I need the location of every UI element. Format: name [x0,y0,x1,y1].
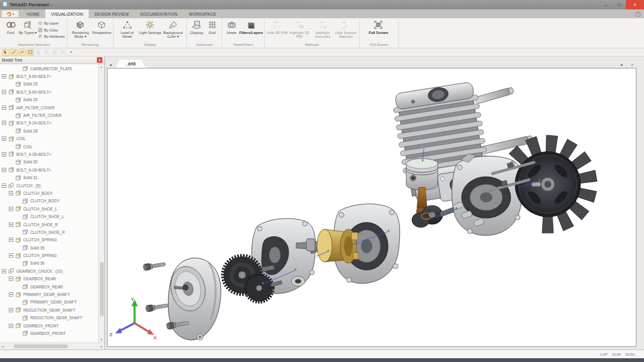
tab-design-review[interactable]: DESIGN REVIEW [89,9,135,18]
tab-workspace[interactable]: WORKSPACE [183,9,222,18]
collapse-toggle[interactable] [9,253,13,258]
tree-item[interactable]: REDUCTION_GEAR_SHAFT [0,314,98,322]
tree-item[interactable]: GEARBOX_CHUCK : (10) [0,267,98,275]
tree-item[interactable]: GEARBOX_REAR [0,283,98,290]
help-icon[interactable]: ? [635,11,641,17]
scroll-down-icon[interactable]: ▼ [99,337,104,343]
clipping-button[interactable]: Clipping [189,18,204,42]
by-types-button[interactable]: By Types ▾ [19,18,36,42]
vertical-scrollbar[interactable]: ▲ ▼ [98,64,104,343]
tree-item[interactable]: GEARBOX_REAR [0,275,98,283]
minimize-button[interactable]: – [599,0,613,9]
background-color-button[interactable]: Background Color ▾ [162,18,184,42]
tree-item[interactable]: Solid 28 [0,127,98,134]
stamp-tool-2[interactable] [43,49,50,56]
tree-item[interactable]: Solid 26 [0,96,98,104]
collapse-toggle[interactable] [9,238,13,242]
more-tools[interactable] [67,49,75,56]
tab-scroll-right-icon[interactable]: ► [618,63,625,68]
tree-item[interactable]: CLUTCH_SHOE_R [0,221,98,228]
flywheel-part[interactable] [509,135,597,233]
horizontal-scroll-thumb[interactable] [14,344,68,348]
tree-item[interactable]: GEARBOX_FRONT [0,322,98,329]
3d-viewport[interactable]: Y X Z [107,68,636,347]
tree-item[interactable]: BOLT_5-24<BOLT> [0,119,98,127]
tab-close-icon[interactable]: × [630,63,635,68]
document-tab-drill[interactable]: _drill [115,60,145,68]
stamp-tool-1[interactable] [35,49,42,56]
collapse-toggle[interactable] [2,121,6,125]
close-button[interactable]: × [626,0,644,9]
tab-scroll-left-icon[interactable]: ◄ [107,63,114,68]
piston-part[interactable] [406,158,438,190]
tree-item[interactable]: BOLT_4-18<BOLT> [0,150,98,158]
light-settings-button[interactable]: Light Settings [139,18,161,42]
collapse-toggle[interactable] [9,308,13,312]
loose-bolt-2[interactable] [145,302,169,312]
collapse-toggle[interactable] [2,152,6,156]
application-menu-button[interactable]: ▾ [1,10,19,18]
filters-layers-button[interactable]: Filters/Layers [240,18,262,42]
collapse-toggle[interactable] [9,292,13,297]
select-tool[interactable] [2,49,9,56]
tree-item[interactable]: GEARBOX_FRONT [0,329,98,337]
exploded-assembly-rendering[interactable]: Y X Z [108,69,636,346]
rendering-mode-button[interactable]: Rendering Mode ▾ [69,18,92,42]
gearbox-front-part[interactable] [167,258,221,340]
tree-item[interactable]: BOLT_5-60<BOLT> [0,88,98,96]
tree-item[interactable]: PRIMARY_GEAR_SHAFT [0,290,98,298]
panel-close-icon[interactable]: × [97,57,103,63]
collapse-toggle[interactable] [2,106,6,110]
tree-item[interactable]: Solid 35 [0,244,98,251]
scroll-left-icon[interactable]: ◄ [1,345,4,348]
tab-visualization[interactable]: VISUALIZATION [45,9,89,18]
tree-item[interactable]: CLUTCH_SPRING [0,251,98,259]
horizontal-scrollbar[interactable]: ◄ ► [0,343,104,349]
collapse-toggle[interactable] [9,277,13,281]
collapse-toggle[interactable] [9,222,13,227]
collapse-toggle[interactable] [2,90,6,94]
rectangle-tool[interactable] [26,49,34,56]
tree-item[interactable]: CLUTCH_SPRING [0,236,98,244]
tree-item[interactable]: COIL [0,135,98,143]
tree-item[interactable]: CLUTCH : (5) [0,182,98,189]
scroll-up-icon[interactable]: ▲ [99,64,104,70]
tree-item[interactable]: CLUTCH_BODY [0,197,98,205]
full-screen-button[interactable]: Full Screen [369,18,388,42]
collapse-toggle[interactable] [2,168,6,172]
find-button[interactable]: Find [3,18,18,42]
maximize-button[interactable]: □ [613,0,626,9]
collapse-toggle[interactable] [9,207,13,211]
tree-item[interactable]: Solid 25 [0,80,98,88]
tree-item[interactable]: BOLT_4-18<BOLT> [0,166,98,173]
tree-item[interactable]: CLUTCH_SHOE_L [0,212,98,220]
collapse-toggle[interactable] [9,324,13,328]
tree-item[interactable]: Solid 31 [0,173,98,181]
tree-item[interactable]: CARBURETOR_PLATE [0,65,98,72]
scroll-right-icon[interactable]: ► [101,345,103,348]
perspective-button[interactable]: Perspective [92,18,111,42]
by-attributes-button[interactable]: By Attributes [38,34,65,39]
loose-bolt-1[interactable] [143,261,166,270]
views-button[interactable]: Views [224,18,239,42]
level-of-detail-button[interactable]: Level of Detail [116,18,138,42]
tree-item[interactable]: AIR_FILTER_COVER [0,104,98,111]
tab-documentation[interactable]: DOCUMENTATION [135,9,183,18]
collapse-toggle[interactable] [2,184,6,188]
stamp-tool-4[interactable] [59,49,67,56]
collapse-toggle[interactable] [2,136,6,141]
collapse-toggle[interactable] [9,191,13,195]
polyline-tool[interactable] [18,49,26,56]
grid-button[interactable]: Grid [204,18,219,42]
tree-item[interactable]: AIR_FILTER_COVER [0,111,98,119]
tab-home[interactable]: HOME [21,9,45,18]
collapse-toggle[interactable] [2,74,6,79]
by-layer-button[interactable]: By Layer [38,21,65,26]
vertical-scroll-thumb[interactable] [100,262,104,316]
by-color-button[interactable]: By Color [38,28,65,33]
muffler-pipe-upper[interactable] [475,87,514,104]
collapse-toggle[interactable] [2,269,6,273]
stamp-tool-3[interactable] [51,49,58,56]
tree-item[interactable]: CLUTCH_SHOE_L [0,205,98,212]
tree-item[interactable]: COIL [0,143,98,150]
